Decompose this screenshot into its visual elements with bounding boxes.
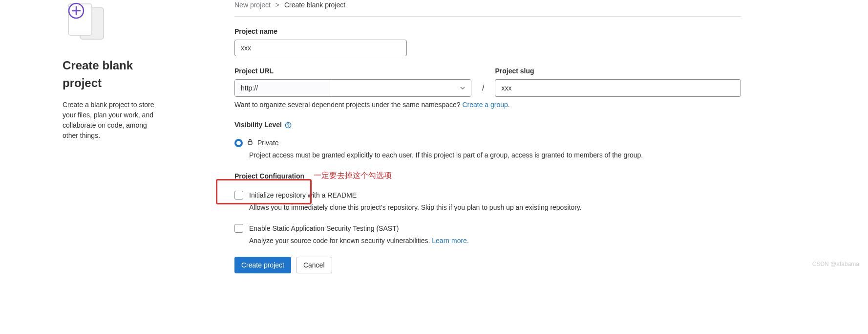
breadcrumb-sep: > <box>275 1 279 9</box>
enable-sast-checkbox[interactable] <box>234 224 243 233</box>
visibility-private-description: Project access must be granted explicitl… <box>249 150 741 160</box>
left-description: Create a blank project to store your fil… <box>63 100 159 141</box>
url-slash: / <box>479 69 487 94</box>
project-url-namespace-select[interactable] <box>330 80 471 96</box>
project-name-label: Project name <box>234 26 741 37</box>
project-icon <box>63 0 159 47</box>
chevron-down-icon <box>460 83 465 93</box>
cancel-button[interactable]: Cancel <box>296 257 332 273</box>
sast-learn-more-link[interactable]: Learn more. <box>432 237 468 245</box>
visibility-private-label: Private <box>257 138 279 148</box>
watermark: CSDN @afabama <box>812 260 859 268</box>
create-project-button[interactable]: Create project <box>234 257 291 273</box>
namespace-help: Want to organize several dependent proje… <box>234 100 741 110</box>
help-circle-icon[interactable] <box>284 121 292 129</box>
enable-sast-description: Analyze your source code for known secur… <box>249 236 741 246</box>
create-group-link[interactable]: Create a group <box>462 101 508 109</box>
breadcrumb: New project > Create blank project <box>234 0 741 10</box>
breadcrumb-parent[interactable]: New project <box>234 1 271 9</box>
project-url-prefix: http:// <box>235 80 330 96</box>
divider <box>234 16 741 17</box>
project-slug-label: Project slug <box>495 66 741 76</box>
left-title: Create blank project <box>63 57 159 92</box>
project-slug-input[interactable] <box>495 79 741 97</box>
enable-sast-label: Enable Static Application Security Testi… <box>249 223 399 234</box>
visibility-private-radio[interactable] <box>234 139 243 147</box>
initialize-readme-description: Allows you to immediately clone this pro… <box>249 202 741 213</box>
lock-icon <box>247 138 254 148</box>
annotation-text: 一定要去掉这个勾选项 <box>314 170 392 181</box>
project-name-input[interactable] <box>234 40 407 56</box>
visibility-level-label: Visibility Level <box>234 120 282 130</box>
project-configuration-label: Project Configuration <box>234 171 304 181</box>
project-url-label: Project URL <box>234 66 471 76</box>
initialize-readme-checkbox[interactable] <box>234 191 243 200</box>
svg-point-6 <box>288 126 288 127</box>
svg-rect-7 <box>248 141 252 144</box>
breadcrumb-current: Create blank project <box>284 1 345 9</box>
initialize-readme-label: Initialize repository with a README <box>249 190 357 200</box>
